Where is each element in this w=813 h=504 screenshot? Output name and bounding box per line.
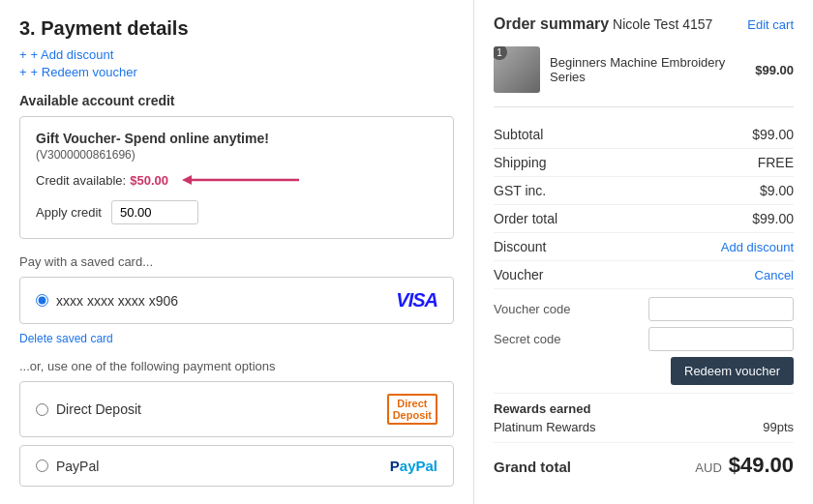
voucher-form: Voucher code Secret code Redeem voucher	[494, 289, 794, 394]
plus-icon: +	[19, 47, 27, 62]
summary-rows: Subtotal$99.00ShippingFREEGST inc.$9.00O…	[494, 121, 794, 233]
summary-row-value: $99.00	[752, 211, 794, 226]
add-discount-label: + Add discount	[31, 47, 114, 62]
paypal-label[interactable]: PayPal	[36, 459, 99, 474]
summary-row-value: $99.00	[752, 127, 794, 142]
order-summary-title-block: Order summary Nicole Test 4157	[494, 15, 712, 33]
saved-card-section: Pay with a saved card... xxxx xxxx xxxx …	[19, 254, 454, 345]
grand-total-label: Grand total	[494, 459, 571, 475]
credit-box-title: Gift Voucher- Spend online anytime!	[36, 131, 437, 146]
available-credit-title: Available account credit	[19, 93, 454, 108]
paypal-text: PayPal	[56, 459, 99, 474]
rewards-row-label: Platinum Rewards	[494, 420, 596, 434]
credit-box: Gift Voucher- Spend online anytime! (V30…	[19, 116, 454, 239]
paypal-radio[interactable]	[36, 460, 48, 472]
rewards-row-value: 99pts	[763, 420, 794, 434]
secret-code-row: Secret code	[494, 327, 794, 351]
direct-deposit-radio[interactable]	[36, 403, 48, 416]
paypal-option: PayPal PayPal	[19, 445, 454, 487]
summary-row: Subtotal$99.00	[494, 121, 794, 149]
order-summary-panel: Order summary Nicole Test 4157 Edit cart…	[474, 0, 813, 504]
edit-cart-link[interactable]: Edit cart	[747, 17, 794, 32]
other-options-label: ...or, use one of the following payment …	[19, 359, 454, 373]
rewards-row: Platinum Rewards99pts	[494, 420, 794, 434]
voucher-row: Voucher Cancel	[494, 261, 794, 289]
secret-code-input[interactable]	[648, 327, 794, 351]
direct-deposit-logo-icon: DirectDeposit	[387, 394, 437, 425]
grand-total-value-block: AUD $49.00	[695, 453, 794, 478]
summary-row: Order total$99.00	[494, 205, 794, 233]
add-discount-link[interactable]: + + Add discount	[19, 47, 454, 62]
card-radio-label[interactable]: xxxx xxxx xxxx x906	[36, 293, 178, 309]
summary-row-label: GST inc.	[494, 183, 546, 198]
arrow-indicator-icon	[178, 169, 304, 191]
redeem-voucher-label: + Redeem voucher	[31, 65, 137, 79]
plus-icon-2: +	[19, 65, 27, 79]
payment-details-panel: 3. Payment details + + Add discount + + …	[0, 0, 474, 504]
saved-card-label: Pay with a saved card...	[19, 254, 454, 269]
direct-deposit-option: Direct Deposit DirectDeposit	[19, 381, 454, 437]
voucher-code-input[interactable]	[648, 297, 794, 321]
summary-row-value: FREE	[758, 155, 794, 170]
summary-row: GST inc.$9.00	[494, 177, 794, 205]
order-item: 1 Beginners Machine Embroidery Series $9…	[494, 46, 794, 107]
summary-row-value: $9.00	[760, 183, 794, 198]
delete-card-link[interactable]: Delete saved card	[19, 332, 113, 345]
card-radio[interactable]	[36, 294, 48, 307]
visa-logo: VISA	[396, 289, 437, 311]
rewards-section: Rewards earned Platinum Rewards99pts	[494, 394, 794, 443]
summary-row-label: Order total	[494, 211, 557, 226]
section-title: 3. Payment details	[19, 17, 454, 40]
direct-deposit-text: Direct Deposit	[56, 401, 141, 417]
voucher-code-row: Voucher code	[494, 297, 794, 321]
voucher-id: (V3000000861696)	[36, 148, 437, 162]
rewards-rows: Platinum Rewards99pts	[494, 420, 794, 434]
paypal-p-icon: P	[390, 458, 400, 474]
direct-deposit-label[interactable]: Direct Deposit	[36, 401, 141, 417]
rewards-title: Rewards earned	[494, 401, 794, 416]
apply-credit-row: Apply credit	[36, 200, 437, 224]
summary-row: ShippingFREE	[494, 149, 794, 177]
discount-label: Discount	[494, 239, 546, 254]
order-summary-title: Order summary	[494, 15, 609, 32]
voucher-code-label: Voucher code	[494, 302, 581, 316]
item-name: Beginners Machine Embroidery Series	[550, 55, 745, 84]
discount-row: Discount Add discount	[494, 233, 794, 261]
cancel-voucher-link[interactable]: Cancel	[755, 268, 794, 282]
redeem-voucher-link[interactable]: + + Redeem voucher	[19, 65, 454, 79]
card-box: xxxx xxxx xxxx x906 VISA	[19, 277, 454, 324]
credit-amount: $50.00	[130, 173, 168, 188]
add-discount-summary-link[interactable]: Add discount	[721, 240, 794, 254]
voucher-label: Voucher	[494, 267, 543, 282]
paypal-aypal-icon: ayPal	[400, 458, 437, 474]
svg-marker-1	[182, 175, 192, 185]
item-thumbnail: 1	[494, 46, 540, 93]
secret-code-label: Secret code	[494, 332, 581, 346]
credit-available-row: Credit available: $50.00	[36, 169, 437, 191]
card-number: xxxx xxxx xxxx x906	[56, 293, 178, 309]
summary-row-label: Shipping	[494, 155, 547, 170]
order-customer-name: Nicole Test 4157	[613, 16, 712, 32]
credit-label: Credit available:	[36, 173, 126, 188]
apply-credit-label: Apply credit	[36, 205, 102, 220]
grand-total-row: Grand total AUD $49.00	[494, 443, 794, 478]
redeem-voucher-button[interactable]: Redeem voucher	[671, 357, 794, 385]
grand-total-amount: $49.00	[729, 453, 794, 477]
paypal-logo-icon: PayPal	[390, 458, 437, 474]
order-summary-header: Order summary Nicole Test 4157 Edit cart	[494, 15, 794, 33]
apply-credit-input[interactable]	[111, 200, 198, 224]
summary-row-label: Subtotal	[494, 127, 543, 142]
grand-total-currency: AUD	[695, 460, 721, 475]
item-price: $99.00	[755, 63, 794, 77]
